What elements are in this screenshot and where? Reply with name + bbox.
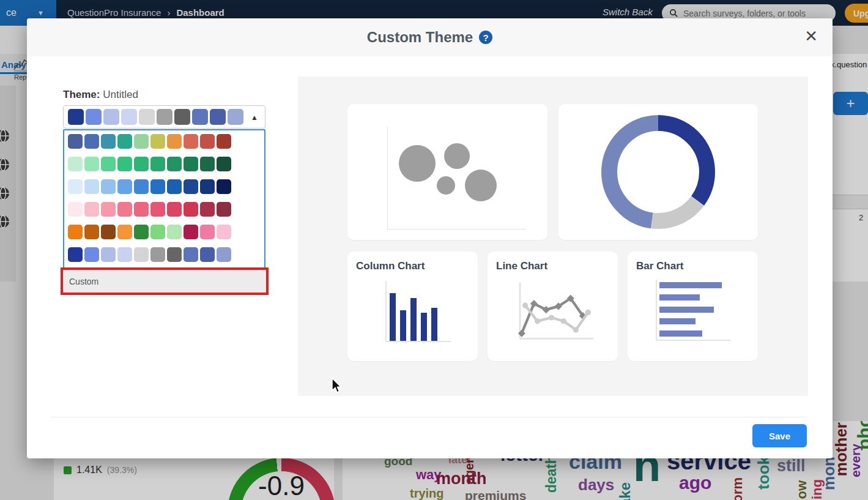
- color-swatch[interactable]: [134, 202, 149, 217]
- color-swatch[interactable]: [217, 157, 231, 171]
- help-icon[interactable]: ?: [479, 31, 492, 44]
- color-swatch[interactable]: [84, 157, 99, 171]
- mouse-cursor: [328, 377, 343, 394]
- bubble-chart-icon: [347, 104, 547, 240]
- color-swatch[interactable]: [117, 134, 132, 149]
- chevron-up-icon[interactable]: ▲: [251, 113, 258, 122]
- color-swatch[interactable]: [150, 157, 165, 171]
- color-swatch[interactable]: [68, 109, 84, 125]
- save-button[interactable]: Save: [752, 424, 807, 447]
- column-bar: [431, 308, 437, 341]
- color-swatch[interactable]: [217, 134, 231, 149]
- color-swatch[interactable]: [121, 109, 137, 125]
- palette-row[interactable]: [67, 134, 264, 149]
- palette-row[interactable]: [67, 202, 264, 217]
- color-swatch[interactable]: [101, 202, 116, 217]
- theme-name-line: Theme: Untitled: [63, 89, 138, 101]
- color-swatch[interactable]: [117, 179, 132, 194]
- palette-row[interactable]: [67, 225, 264, 239]
- color-swatch[interactable]: [103, 109, 119, 125]
- color-swatch[interactable]: [184, 179, 198, 194]
- column-chart-preview[interactable]: Column Chart: [347, 252, 478, 361]
- color-swatch[interactable]: [184, 157, 198, 171]
- bar-chart-title: Bar Chart: [636, 260, 683, 272]
- column-chart-icon: [385, 281, 451, 342]
- color-swatch[interactable]: [150, 247, 165, 262]
- color-swatch[interactable]: [217, 225, 231, 239]
- color-swatch[interactable]: [84, 247, 99, 262]
- color-swatch[interactable]: [167, 225, 182, 239]
- color-swatch[interactable]: [150, 202, 165, 217]
- color-swatch[interactable]: [200, 157, 215, 171]
- dialog-header: Custom Theme ?: [27, 18, 833, 56]
- color-swatch[interactable]: [167, 134, 182, 149]
- color-swatch[interactable]: [134, 247, 149, 262]
- color-swatch[interactable]: [68, 134, 83, 149]
- color-swatch[interactable]: [101, 179, 116, 194]
- palette-row[interactable]: [67, 247, 264, 262]
- color-swatch[interactable]: [200, 247, 215, 262]
- color-swatch[interactable]: [184, 247, 198, 262]
- color-swatch[interactable]: [184, 134, 198, 149]
- color-swatch[interactable]: [84, 179, 99, 194]
- color-swatch[interactable]: [217, 179, 231, 194]
- color-swatch[interactable]: [139, 109, 155, 125]
- horizontal-bar: [659, 282, 722, 288]
- color-swatch[interactable]: [157, 109, 172, 125]
- color-swatch[interactable]: [84, 202, 99, 217]
- color-swatch[interactable]: [68, 157, 83, 171]
- color-swatch[interactable]: [167, 202, 182, 217]
- color-swatch[interactable]: [68, 225, 83, 239]
- color-swatch[interactable]: [117, 157, 132, 171]
- color-swatch[interactable]: [200, 225, 215, 239]
- color-swatch[interactable]: [150, 134, 165, 149]
- color-swatch[interactable]: [200, 179, 215, 194]
- color-swatch[interactable]: [167, 179, 182, 194]
- close-icon[interactable]: ✕: [804, 28, 818, 44]
- color-swatch[interactable]: [150, 225, 165, 239]
- color-swatch[interactable]: [167, 157, 182, 171]
- color-swatch[interactable]: [200, 202, 215, 217]
- color-swatch[interactable]: [86, 109, 102, 125]
- color-swatch[interactable]: [117, 225, 132, 239]
- color-swatch[interactable]: [84, 225, 99, 239]
- color-swatch[interactable]: [134, 225, 149, 239]
- color-swatch[interactable]: [101, 134, 116, 149]
- color-swatch[interactable]: [117, 247, 132, 262]
- custom-theme-option[interactable]: Custom: [61, 267, 269, 295]
- color-swatch[interactable]: [134, 157, 149, 171]
- color-swatch[interactable]: [101, 247, 116, 262]
- color-swatch[interactable]: [217, 247, 231, 262]
- theme-color-select[interactable]: ▲: [63, 105, 265, 129]
- color-swatch[interactable]: [150, 179, 165, 194]
- color-swatch[interactable]: [217, 202, 231, 217]
- bubble-chart-preview: [347, 104, 547, 240]
- color-swatch[interactable]: [134, 179, 149, 194]
- color-swatch[interactable]: [167, 247, 182, 262]
- marker-circle: [585, 310, 591, 315]
- color-swatch[interactable]: [210, 109, 226, 125]
- color-swatch[interactable]: [101, 157, 116, 171]
- bar-chart-preview[interactable]: Bar Chart: [628, 252, 758, 361]
- color-swatch[interactable]: [134, 134, 149, 149]
- color-swatch[interactable]: [228, 109, 243, 125]
- theme-name[interactable]: Untitled: [103, 89, 138, 100]
- line-chart-preview[interactable]: Line Chart: [488, 252, 618, 361]
- marker-circle: [522, 302, 528, 308]
- color-swatch[interactable]: [68, 179, 83, 194]
- donut-chart-preview: [558, 104, 758, 240]
- color-swatch[interactable]: [184, 225, 198, 239]
- color-swatch[interactable]: [200, 134, 215, 149]
- color-swatch[interactable]: [192, 109, 208, 125]
- color-swatch[interactable]: [184, 202, 198, 217]
- palette-row[interactable]: [67, 157, 264, 171]
- color-swatch[interactable]: [117, 202, 132, 217]
- color-swatch[interactable]: [101, 225, 116, 239]
- marker-circle: [561, 318, 566, 324]
- palette-row[interactable]: [67, 179, 264, 194]
- color-swatch[interactable]: [174, 109, 190, 125]
- marker-circle: [549, 315, 554, 320]
- color-swatch[interactable]: [68, 247, 83, 262]
- color-swatch[interactable]: [68, 202, 83, 217]
- color-swatch[interactable]: [84, 134, 99, 149]
